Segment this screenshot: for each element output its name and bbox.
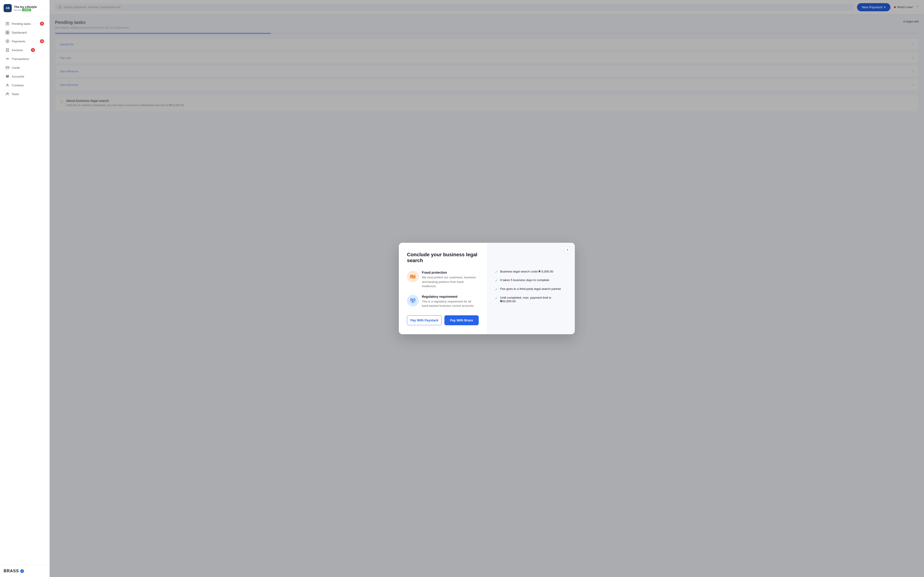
- sidebar-item-cards[interactable]: Cards: [2, 63, 48, 72]
- sidebar-item-dashboard[interactable]: Dashboard ›: [2, 28, 48, 37]
- sidebar-item-accounts[interactable]: Accounts: [2, 72, 48, 81]
- svg-point-20: [7, 93, 8, 94]
- svg-point-18: [7, 84, 8, 85]
- dashboard-chevron: ›: [43, 31, 44, 34]
- fraud-title: Fraud protection: [422, 271, 479, 274]
- sidebar-item-label: Pending tasks: [12, 22, 31, 26]
- svg-rect-7: [8, 33, 9, 34]
- regulatory-icon: [409, 297, 417, 304]
- sidebar-item-label: Dashboard: [12, 31, 27, 34]
- svg-rect-15: [7, 76, 8, 77]
- modal-overlay[interactable]: × Conclude your business legal search: [50, 0, 924, 577]
- check-text-1: Business legal search costs ₦ 5,000.00: [500, 269, 553, 273]
- transactions-icon: [5, 57, 10, 61]
- svg-point-19: [6, 93, 7, 94]
- role-badge: ADMIN: [22, 8, 31, 11]
- fraud-protection-icon: [409, 273, 417, 280]
- invoices-chevron: ›: [43, 48, 44, 52]
- payments-icon: [5, 39, 10, 43]
- modal-title: Conclude your business legal search: [407, 252, 479, 263]
- avatar: AB: [3, 4, 12, 12]
- user-info: Amara ADMIN: [14, 8, 42, 11]
- sidebar-nav: Pending tasks 4 Dashboard › Payments 8 I…: [0, 16, 49, 565]
- check-icon-3: ✓: [495, 287, 498, 292]
- sidebar-item-payments[interactable]: Payments 8: [2, 37, 48, 45]
- check-icon-2: ✓: [495, 279, 498, 283]
- pay-with-paystack-button[interactable]: Pay With Paystack: [407, 315, 442, 325]
- sidebar-item-pending-tasks[interactable]: Pending tasks 4: [2, 19, 48, 28]
- check-text-3: Fee goes to a third-party legal search p…: [500, 287, 561, 290]
- modal-close-button[interactable]: ×: [564, 247, 571, 253]
- feature-regulatory: Regulatory requirement This is a regulat…: [407, 295, 479, 308]
- accounts-icon: [5, 74, 10, 79]
- feature-fraud: Fraud protection We must protect our cus…: [407, 271, 479, 288]
- svg-rect-5: [8, 31, 9, 32]
- svg-rect-12: [6, 67, 9, 69]
- sidebar-item-label: Payments: [12, 40, 25, 43]
- logo-text: BRASS: [3, 569, 19, 574]
- logo-verified-badge: [20, 569, 24, 573]
- check-item-3: ✓ Fee goes to a third-party legal search…: [495, 287, 567, 292]
- sidebar-item-label: Transactions: [12, 57, 29, 61]
- username: Amara: [14, 8, 21, 11]
- invoices-icon: [5, 48, 10, 52]
- check-item-2: ✓ It takes 5 business days to complete: [495, 278, 567, 283]
- modal: × Conclude your business legal search: [399, 243, 575, 334]
- svg-rect-14: [6, 76, 7, 77]
- invoices-badge: 3: [31, 48, 35, 52]
- sidebar-item-invoices[interactable]: Invoices 3 ›: [2, 46, 48, 54]
- company-info: The Ivy Lifestyle Amara ADMIN: [14, 5, 42, 11]
- check-icon-4: ✓: [495, 296, 498, 300]
- modal-right-panel: ✓ Business legal search costs ₦ 5,000.00…: [487, 243, 575, 334]
- sidebar-item-label: Team: [12, 92, 19, 96]
- pay-with-brass-button[interactable]: Pay With Brass: [444, 315, 479, 325]
- cards-icon: [5, 66, 10, 70]
- check-text-4: Until completed, max. payment limit is ₦…: [500, 296, 567, 303]
- sidebar-logo: BRASS: [0, 565, 49, 577]
- fraud-icon-wrap: [407, 271, 419, 282]
- pending-tasks-badge: 4: [40, 22, 44, 26]
- regulatory-desc: This is a regulatory requirement for all…: [422, 299, 479, 308]
- main-content: Search payments, invoices, transactions …: [50, 0, 924, 577]
- sidebar-item-label: Contacts: [12, 84, 24, 87]
- company-name: The Ivy Lifestyle: [14, 5, 42, 8]
- sidebar-item-label: Accounts: [12, 75, 24, 78]
- regulatory-title: Regulatory requirement: [422, 295, 479, 298]
- pending-tasks-icon: [5, 22, 10, 26]
- svg-rect-16: [8, 76, 8, 77]
- team-icon: [5, 92, 10, 96]
- modal-buttons: Pay With Paystack Pay With Brass: [407, 315, 479, 325]
- modal-left-panel: Conclude your business legal search: [399, 243, 487, 334]
- check-icon-1: ✓: [495, 270, 498, 274]
- sidebar-item-team[interactable]: Team: [2, 90, 48, 98]
- sidebar-header-chevron: ›: [45, 6, 46, 10]
- svg-rect-6: [6, 33, 7, 34]
- regulatory-icon-wrap: [407, 295, 419, 306]
- dashboard-icon: [5, 31, 10, 34]
- fraud-desc: We must protect our customers, business …: [422, 275, 479, 288]
- sidebar-item-transactions[interactable]: Transactions: [2, 55, 48, 63]
- sidebar-item-contacts[interactable]: Contacts: [2, 81, 48, 89]
- sidebar-header[interactable]: AB The Ivy Lifestyle Amara ADMIN ›: [0, 0, 49, 16]
- payments-badge: 8: [40, 39, 44, 43]
- svg-rect-25: [411, 277, 412, 278]
- sidebar: AB The Ivy Lifestyle Amara ADMIN › Pendi…: [0, 0, 50, 577]
- check-item-4: ✓ Until completed, max. payment limit is…: [495, 296, 567, 303]
- sidebar-item-label: Invoices: [12, 48, 23, 52]
- check-text-2: It takes 5 business days to complete: [500, 278, 549, 282]
- contacts-icon: [5, 83, 10, 87]
- sidebar-item-label: Cards: [12, 66, 20, 69]
- check-item-1: ✓ Business legal search costs ₦ 5,000.00: [495, 269, 567, 274]
- svg-rect-4: [6, 31, 7, 32]
